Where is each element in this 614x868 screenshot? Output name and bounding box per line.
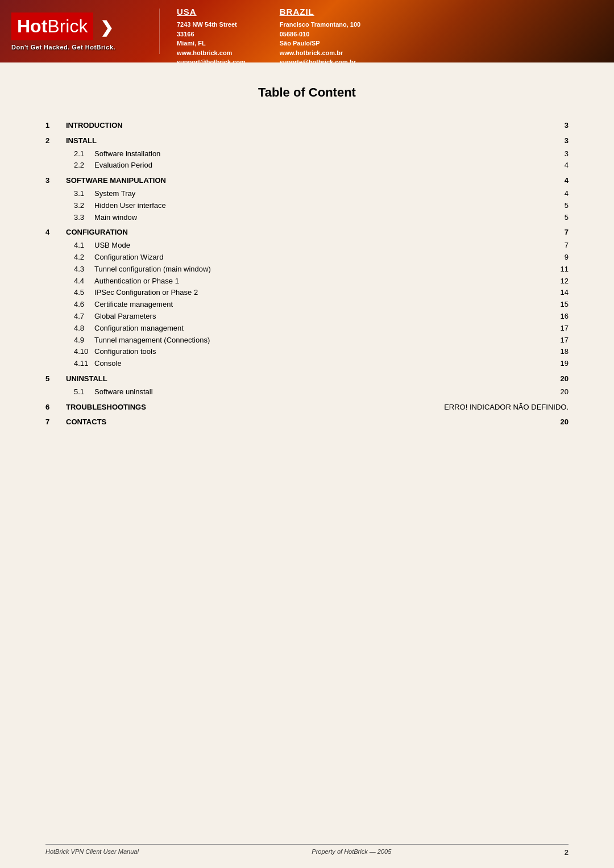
toc-h2-4.6: 4.6Certificate management15 — [74, 299, 569, 311]
toc-h1-2: 2INSTALL3 — [45, 135, 569, 147]
toc-child-num-4.11: 4.11 — [74, 358, 91, 370]
toc-num-1: 1 — [45, 120, 63, 132]
toc-child-label-4.11: Console — [94, 358, 554, 370]
toc-child-num-2.2: 2.2 — [74, 160, 91, 172]
logo-box: Hot Brick — [11, 12, 93, 40]
page-header: Hot Brick ❯ Don't Get Hacked. Get HotBri… — [0, 0, 614, 62]
toc-child-label-4.7: Global Parameters — [94, 311, 554, 323]
toc-child-label-4.1: USB Mode — [94, 240, 558, 252]
toc-label-2: INSTALL — [66, 135, 558, 147]
toc-child-page-4.7: 16 — [561, 311, 569, 323]
usa-contact: USA 7243 NW 54th Street 33166 Miami, FL … — [177, 7, 246, 56]
toc-child-label-3.1: System Tray — [94, 188, 558, 200]
brazil-line2: 05686-010 — [280, 31, 310, 37]
toc-page-4: 7 — [565, 227, 569, 239]
toc-child-label-4.10: Configuration tools — [94, 346, 554, 358]
toc-num-3: 3 — [45, 175, 63, 187]
toc-h2-4.3: 4.3Tunnel configuration (main window)11 — [74, 264, 569, 276]
toc-child-label-2.2: Evaluation Period — [94, 160, 558, 172]
toc-child-label-4.3: Tunnel configuration (main window) — [94, 264, 554, 276]
toc-child-label-3.2: Hidden User interface — [94, 200, 558, 212]
toc-section-1: 1INTRODUCTION3 — [45, 120, 569, 132]
toc-h2-4.5: 4.5IPSec Configuration or Phase 214 — [74, 287, 569, 299]
toc-child-label-2.1: Software installation — [94, 148, 558, 160]
toc-extra-6: ERRO! INDICADOR NÃO DEFINIDO. — [444, 402, 569, 414]
logo-tagline: Don't Get Hacked. Get HotBrick. — [11, 44, 148, 51]
toc-h2-2.1: 2.1Software installation3 — [74, 148, 569, 160]
toc-child-num-4.8: 4.8 — [74, 323, 91, 335]
page-title: Table of Content — [45, 85, 569, 100]
toc-num-5: 5 — [45, 373, 63, 385]
toc-h1-1: 1INTRODUCTION3 — [45, 120, 569, 132]
toc-child-label-4.6: Certificate management — [94, 299, 554, 311]
footer-right: Property of HotBrick — 2005 — [312, 848, 391, 857]
toc-page-5: 20 — [561, 373, 569, 385]
usa-line2: 33166 — [177, 31, 194, 37]
toc-child-num-4.7: 4.7 — [74, 311, 91, 323]
toc-child-label-3.3: Main window — [94, 212, 558, 224]
toc-h1-7: 7CONTACTS20 — [45, 416, 569, 428]
toc-h2-4.7: 4.7Global Parameters16 — [74, 311, 569, 323]
toc-num-2: 2 — [45, 135, 63, 147]
toc-child-page-5.1: 20 — [561, 386, 569, 398]
brazil-country: BRAZIL — [280, 7, 360, 16]
toc-child-num-4.4: 4.4 — [74, 276, 91, 287]
toc-child-page-4.8: 17 — [561, 323, 569, 335]
toc-h2-3.1: 3.1System Tray4 — [74, 188, 569, 200]
toc-child-label-4.8: Configuration management — [94, 323, 554, 335]
toc-child-num-5.1: 5.1 — [74, 386, 91, 398]
usa-line1: 7243 NW 54th Street — [177, 21, 237, 28]
toc-child-label-4.9: Tunnel management (Connections) — [94, 335, 554, 347]
toc-h2-4.8: 4.8Configuration management17 — [74, 323, 569, 335]
toc-child-label-4.4: Authentication or Phase 1 — [94, 276, 554, 287]
toc-h2-4.2: 4.2Configuration Wizard9 — [74, 252, 569, 264]
toc-child-num-4.2: 4.2 — [74, 252, 91, 264]
toc-child-label-5.1: Software uninstall — [94, 386, 554, 398]
toc-child-num-3.1: 3.1 — [74, 188, 91, 200]
toc-num-4: 4 — [45, 227, 63, 239]
toc-child-page-4.11: 19 — [561, 358, 569, 370]
brazil-line4: www.hotbrick.com.br — [280, 49, 343, 56]
toc-child-page-2.2: 4 — [565, 160, 569, 172]
footer-line — [45, 844, 569, 845]
toc-child-num-4.3: 4.3 — [74, 264, 91, 276]
toc-section-2: 2INSTALL32.1Software installation32.2Eva… — [45, 135, 569, 172]
brazil-line3: São Paulo/SP — [280, 40, 320, 47]
toc-label-7: CONTACTS — [66, 416, 554, 428]
toc-child-num-3.3: 3.3 — [74, 212, 91, 224]
brazil-line1: Francisco Tramontano, 100 — [280, 21, 360, 28]
toc-num-6: 6 — [45, 402, 63, 414]
page-content: Table of Content 1INTRODUCTION32INSTALL3… — [0, 62, 614, 868]
logo-brick-text: Brick — [47, 16, 88, 37]
logo-section: Hot Brick ❯ Don't Get Hacked. Get HotBri… — [0, 0, 159, 62]
toc-child-page-2.1: 3 — [565, 148, 569, 160]
toc-child-num-4.9: 4.9 — [74, 335, 91, 347]
toc-section-6: 6TROUBLESHOOTINGSERRO! INDICADOR NÃO DEF… — [45, 402, 569, 414]
usa-line4: www.hotbrick.com — [177, 49, 232, 56]
usa-line5: support@hotbrick.com — [177, 59, 246, 62]
toc-child-page-4.2: 9 — [565, 252, 569, 264]
toc-page-1: 3 — [565, 120, 569, 132]
toc-label-6: TROUBLESHOOTINGS — [66, 402, 429, 414]
toc-h1-4: 4CONFIGURATION7 — [45, 227, 569, 239]
toc-child-page-4.5: 14 — [561, 287, 569, 299]
toc-child-page-4.9: 17 — [561, 335, 569, 347]
toc-child-num-4.1: 4.1 — [74, 240, 91, 252]
toc-h2-3.3: 3.3Main window5 — [74, 212, 569, 224]
toc-child-page-3.1: 4 — [565, 188, 569, 200]
toc-num-7: 7 — [45, 416, 63, 428]
toc-child-num-2.1: 2.1 — [74, 148, 91, 160]
toc-page-7: 20 — [561, 416, 569, 428]
footer-page-num: 2 — [565, 848, 569, 857]
toc-h2-4.11: 4.11Console19 — [74, 358, 569, 370]
toc-label-5: UNINSTALL — [66, 373, 554, 385]
toc-child-label-4.2: Configuration Wizard — [94, 252, 558, 264]
toc-container: 1INTRODUCTION32INSTALL32.1Software insta… — [45, 120, 569, 428]
toc-h2-3.2: 3.2Hidden User interface5 — [74, 200, 569, 212]
footer-text: HotBrick VPN Client User Manual Property… — [45, 848, 569, 857]
toc-child-page-4.1: 7 — [565, 240, 569, 252]
toc-h2-4.9: 4.9Tunnel management (Connections)17 — [74, 335, 569, 347]
toc-child-num-4.6: 4.6 — [74, 299, 91, 311]
usa-country: USA — [177, 7, 246, 16]
toc-label-3: SOFTWARE MANIPULATION — [66, 175, 558, 187]
